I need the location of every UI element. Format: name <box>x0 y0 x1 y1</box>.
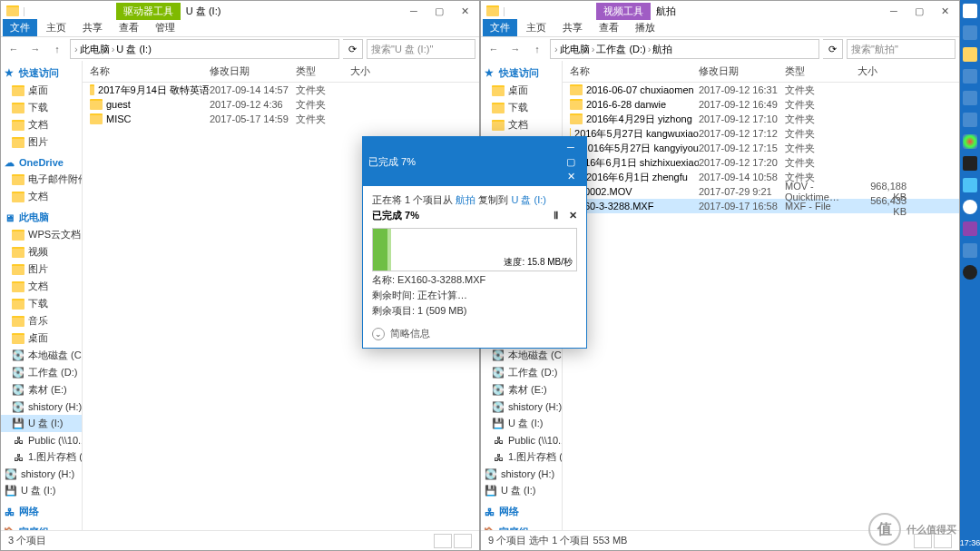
nav-item-quickAccess[interactable]: ★快速访问 <box>481 64 562 82</box>
nav-item-picStore[interactable]: 🖧1.图片存档 (\\10.12 <box>1 448 82 466</box>
nav-item-pictures2[interactable]: 图片 <box>1 261 82 278</box>
nav-item-pictures[interactable]: 图片 <box>1 133 82 151</box>
nav-item-localC[interactable]: 💽本地磁盘 (C:) <box>1 347 82 364</box>
nav-item-downloads[interactable]: 下载 <box>481 99 562 116</box>
close-button[interactable]: ✕ <box>932 2 957 20</box>
tab-home[interactable]: 主页 <box>39 19 74 36</box>
cancel-button[interactable]: ✕ <box>569 210 577 221</box>
forward-button[interactable]: → <box>506 40 524 58</box>
pause-button[interactable]: Ⅱ <box>554 210 558 221</box>
column-headers[interactable]: 名称 修改日期 类型 大小 <box>563 61 959 83</box>
nav-pane[interactable]: ★快速访问桌面下载文档图片☁OneDrive电子邮件附件文档🖥此电脑WPS云文档… <box>1 61 83 530</box>
nav-item-picStore[interactable]: 🖧1.图片存档 (\\10.12 <box>481 448 562 466</box>
nav-item-network[interactable]: 🖧网络 <box>1 503 82 520</box>
nav-item-public[interactable]: 🖧Public (\\10.127.10 <box>1 432 82 448</box>
nav-item-desktop[interactable]: 桌面 <box>481 82 562 99</box>
taskbar[interactable]: 17:36 <box>960 0 980 551</box>
nav-item-workD[interactable]: 💽工作盘 (D:) <box>1 364 82 381</box>
up-button[interactable]: ↑ <box>528 40 546 58</box>
search-input[interactable]: 搜索"航拍" <box>847 39 956 59</box>
nav-item-desktop[interactable]: 桌面 <box>1 82 82 99</box>
nav-item-sucaiE[interactable]: 💽素材 (E:) <box>481 381 562 398</box>
table-row[interactable]: 2016-06-07 chuxiaomen2017-09-12 16:31文件夹 <box>563 83 959 97</box>
tab-share[interactable]: 共享 <box>75 19 110 36</box>
nav-item-homegroup[interactable]: 🏠家庭组 <box>1 524 82 530</box>
nav-item-usbI[interactable]: 💾U 盘 (I:) <box>481 415 562 432</box>
word-icon[interactable] <box>963 178 977 192</box>
clock[interactable]: 17:36 <box>960 535 980 551</box>
tab-file[interactable]: 文件 <box>483 19 517 36</box>
back-button[interactable]: ← <box>5 40 23 58</box>
forward-button[interactable]: → <box>26 40 44 58</box>
nav-item-music[interactable]: 音乐 <box>1 312 82 330</box>
table-row[interactable]: 60-3-3288.MXF2017-09-17 16:58MXF - File5… <box>563 199 959 213</box>
tab-file[interactable]: 文件 <box>3 19 37 36</box>
close-button[interactable]: ✕ <box>452 2 477 20</box>
taskbar-app-icon[interactable] <box>963 243 977 258</box>
table-row[interactable]: 2016年5月27日 kangwuxiao2017-09-12 17:12文件夹 <box>563 126 959 141</box>
taskbar-app-icon[interactable] <box>963 69 977 84</box>
tab-view[interactable]: 查看 <box>112 19 146 36</box>
table-row[interactable]: 2016年5月27日 kangyiyou2017-09-12 17:15文件夹 <box>563 141 959 155</box>
nav-item-shistoryH2[interactable]: 💽shistory (H:) <box>481 466 562 482</box>
breadcrumb[interactable]: ›此电脑 ›工作盘 (D:) ›航拍 <box>550 39 819 59</box>
tab-home[interactable]: 主页 <box>519 19 554 36</box>
table-row[interactable]: 2017年9月14日 敬特英语2017-09-14 14:57文件夹 <box>83 83 479 97</box>
view-icons-button[interactable] <box>454 534 472 548</box>
store-icon[interactable] <box>963 91 977 105</box>
nav-item-usbI[interactable]: 💾U 盘 (I:) <box>1 415 82 432</box>
back-button[interactable]: ← <box>485 40 503 58</box>
nav-item-shistoryH[interactable]: 💽shistory (H:) <box>481 398 562 415</box>
dialog-minimize-button[interactable]: ─ <box>561 140 581 154</box>
nav-item-docs3[interactable]: 文档 <box>1 278 82 295</box>
nav-item-docs2[interactable]: 文档 <box>1 188 82 205</box>
nav-item-oneDrive[interactable]: ☁OneDrive <box>1 154 82 171</box>
search-input[interactable]: 搜索"U 盘 (I:)" <box>367 39 475 59</box>
column-headers[interactable]: 名称 修改日期 类型 大小 <box>83 61 479 83</box>
nav-item-sucaiE[interactable]: 💽素材 (E:) <box>1 381 82 398</box>
nav-item-shistoryH[interactable]: 💽shistory (H:) <box>1 398 82 415</box>
table-row[interactable]: 2016年4月29日 yizhong2017-09-12 17:10文件夹 <box>563 112 959 126</box>
up-button[interactable]: ↑ <box>48 40 66 58</box>
maximize-button[interactable]: ▢ <box>906 2 932 20</box>
obs-icon[interactable] <box>963 265 977 280</box>
dialog-maximize-button[interactable]: ▢ <box>561 154 581 169</box>
context-tool-tab[interactable]: 视频工具 <box>596 3 651 20</box>
nav-item-emailAtt[interactable]: 电子邮件附件 <box>1 171 82 188</box>
table-row[interactable]: 2016年6月1日 shizhixuexiao2017-09-12 17:20文… <box>563 155 959 170</box>
refresh-button[interactable]: ⟳ <box>823 39 843 59</box>
tab-share[interactable]: 共享 <box>555 19 590 36</box>
explorer-icon[interactable] <box>963 47 977 62</box>
minimize-button[interactable]: ─ <box>401 2 426 20</box>
nav-item-thisPC[interactable]: 🖥此电脑 <box>1 209 82 226</box>
nav-item-usbI2[interactable]: 💾U 盘 (I:) <box>1 482 82 499</box>
view-details-button[interactable] <box>434 534 452 548</box>
nav-item-localC[interactable]: 💽本地磁盘 (C:) <box>481 347 562 364</box>
file-list[interactable]: 2016-06-07 chuxiaomen2017-09-12 16:31文件夹… <box>563 83 959 530</box>
nav-item-network[interactable]: 🖧网络 <box>481 503 562 520</box>
dialog-titlebar[interactable]: 已完成 7% ─ ▢ ✕ <box>363 137 586 186</box>
nav-item-documents[interactable]: 文档 <box>1 116 82 133</box>
chrome-icon[interactable] <box>963 134 977 149</box>
premiere-icon[interactable] <box>963 221 977 236</box>
tab-play[interactable]: 播放 <box>628 19 662 36</box>
tab-view[interactable]: 查看 <box>592 19 626 36</box>
context-tool-tab[interactable]: 驱动器工具 <box>116 3 181 20</box>
nav-item-downloads[interactable]: 下载 <box>1 99 82 116</box>
refresh-button[interactable]: ⟳ <box>343 39 363 59</box>
nav-item-homegroup[interactable]: 🏠家庭组 <box>481 524 562 530</box>
nav-item-public[interactable]: 🖧Public (\\10.127.10 <box>481 432 562 448</box>
nav-item-shistoryH2[interactable]: 💽shistory (H:) <box>1 466 82 482</box>
source-link[interactable]: 航拍 <box>456 194 475 205</box>
nav-item-wps[interactable]: WPS云文档 <box>1 226 82 243</box>
dest-link[interactable]: U 盘 (I:) <box>511 194 546 205</box>
table-row[interactable]: 2016-6-28 danwie2017-09-12 16:49文件夹 <box>563 97 959 112</box>
maximize-button[interactable]: ▢ <box>426 2 452 20</box>
nav-item-desktop2[interactable]: 桌面 <box>1 330 82 347</box>
taskbar-app-icon[interactable] <box>963 25 977 40</box>
nav-item-usbI2[interactable]: 💾U 盘 (I:) <box>481 482 562 499</box>
table-row[interactable]: guest2017-09-12 4:36文件夹 <box>83 97 479 112</box>
nav-item-workD[interactable]: 💽工作盘 (D:) <box>481 364 562 381</box>
more-details-toggle[interactable]: ⌄ 简略信息 <box>372 327 577 340</box>
nav-item-videos[interactable]: 视频 <box>1 243 82 261</box>
